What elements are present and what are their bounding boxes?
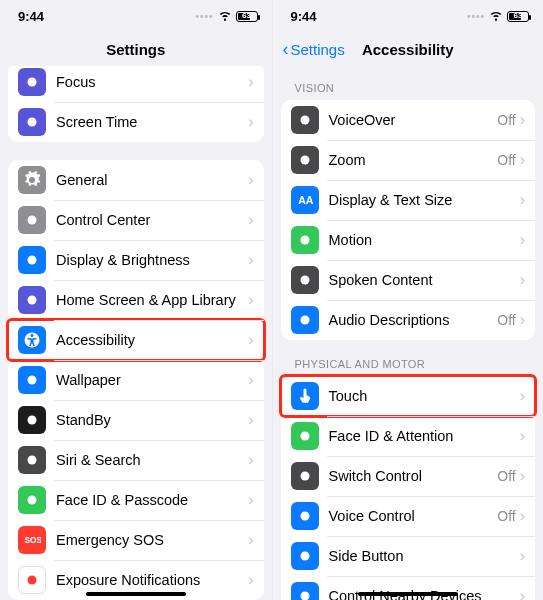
row-wallpaper[interactable]: Wallpaper› xyxy=(8,360,264,400)
control-center-icon xyxy=(18,206,46,234)
row-label: Face ID & Passcode xyxy=(56,492,248,508)
row-siri-search[interactable]: Siri & Search› xyxy=(8,440,264,480)
chevron-right-icon: › xyxy=(520,427,525,445)
row-face-id-passcode[interactable]: Face ID & Passcode› xyxy=(8,480,264,520)
wifi-icon xyxy=(218,8,232,25)
row-label: VoiceOver xyxy=(329,112,498,128)
chevron-right-icon: › xyxy=(520,271,525,289)
row-standby[interactable]: StandBy› xyxy=(8,400,264,440)
status-time: 9:44 xyxy=(18,9,44,24)
svg-point-1 xyxy=(28,118,37,127)
status-time: 9:44 xyxy=(291,9,317,24)
row-label: Emergency SOS xyxy=(56,532,248,548)
row-label: Face ID & Attention xyxy=(329,428,520,444)
svg-point-23 xyxy=(300,592,309,601)
settings-screen: 9:44 •••• 63 Settings Focus›Screen Time›… xyxy=(0,0,272,600)
row-label: Exposure Notifications xyxy=(56,572,248,588)
wallpaper-icon xyxy=(18,366,46,394)
row-face-id-attention[interactable]: Face ID & Attention› xyxy=(281,416,536,456)
chevron-right-icon: › xyxy=(248,291,253,309)
row-home-screen-app-library[interactable]: Home Screen & App Library› xyxy=(8,280,264,320)
zoom-icon xyxy=(291,146,319,174)
row-label: Audio Descriptions xyxy=(329,312,498,328)
chevron-right-icon: › xyxy=(520,111,525,129)
row-spoken-content[interactable]: Spoken Content› xyxy=(281,260,536,300)
accessibility-icon xyxy=(18,326,46,354)
settings-list[interactable]: Focus›Screen Time› General›Control Cente… xyxy=(0,66,272,600)
focus-icon xyxy=(18,68,46,96)
side-button-icon xyxy=(291,542,319,570)
row-general[interactable]: General› xyxy=(8,160,264,200)
row-motion[interactable]: Motion› xyxy=(281,220,536,260)
chevron-right-icon: › xyxy=(520,387,525,405)
row-emergency-sos[interactable]: SOSEmergency SOS› xyxy=(8,520,264,560)
svg-point-0 xyxy=(28,78,37,87)
row-screen-time[interactable]: Screen Time› xyxy=(8,102,264,142)
row-label: Motion xyxy=(329,232,520,248)
row-switch-control[interactable]: Switch ControlOff› xyxy=(281,456,536,496)
svg-point-3 xyxy=(28,256,37,265)
cellular-icon: •••• xyxy=(195,11,213,22)
row-side-button[interactable]: Side Button› xyxy=(281,536,536,576)
chevron-right-icon: › xyxy=(520,467,525,485)
row-audio-descriptions[interactable]: Audio DescriptionsOff› xyxy=(281,300,536,340)
svg-point-9 xyxy=(28,456,37,465)
row-display-text-size[interactable]: AADisplay & Text Size› xyxy=(281,180,536,220)
chevron-right-icon: › xyxy=(248,171,253,189)
back-label: Settings xyxy=(291,41,345,58)
row-touch[interactable]: Touch› xyxy=(281,376,536,416)
row-control-center[interactable]: Control Center› xyxy=(8,200,264,240)
chevron-right-icon: › xyxy=(520,231,525,249)
svg-point-8 xyxy=(28,416,37,425)
audio-desc-icon xyxy=(291,306,319,334)
row-accessibility[interactable]: Accessibility› xyxy=(8,320,264,360)
wifi-icon xyxy=(489,8,503,25)
status-bar: 9:44 •••• 63 xyxy=(273,0,544,32)
row-value: Off xyxy=(497,508,515,524)
home-screen-icon xyxy=(18,286,46,314)
row-voiceover[interactable]: VoiceOverOff› xyxy=(281,100,536,140)
row-label: Screen Time xyxy=(56,114,248,130)
siri-icon xyxy=(18,446,46,474)
gear-icon xyxy=(18,166,46,194)
row-zoom[interactable]: ZoomOff› xyxy=(281,140,536,180)
row-focus[interactable]: Focus› xyxy=(8,66,264,102)
row-label: Display & Text Size xyxy=(329,192,520,208)
motor-group: Touch›Face ID & Attention›Switch Control… xyxy=(281,376,536,600)
settings-group-a: Focus›Screen Time› xyxy=(8,66,264,142)
standby-icon xyxy=(18,406,46,434)
svg-point-4 xyxy=(28,296,37,305)
vision-group: VoiceOverOff›ZoomOff›AADisplay & Text Si… xyxy=(281,100,536,340)
row-voice-control[interactable]: Voice ControlOff› xyxy=(281,496,536,536)
row-value: Off xyxy=(497,468,515,484)
back-button[interactable]: ‹ Settings xyxy=(283,32,345,66)
row-display-brightness[interactable]: Display & Brightness› xyxy=(8,240,264,280)
row-control-nearby-devices[interactable]: Control Nearby Devices› xyxy=(281,576,536,600)
status-bar: 9:44 •••• 63 xyxy=(0,0,272,32)
settings-group-b: General›Control Center›Display & Brightn… xyxy=(8,160,264,600)
home-indicator[interactable] xyxy=(358,592,458,596)
chevron-right-icon: › xyxy=(248,113,253,131)
row-label: Spoken Content xyxy=(329,272,520,288)
accessibility-list[interactable]: VISION VoiceOverOff›ZoomOff›AADisplay & … xyxy=(273,66,544,600)
row-label: Switch Control xyxy=(329,468,498,484)
chevron-right-icon: › xyxy=(248,371,253,389)
home-indicator[interactable] xyxy=(86,592,186,596)
row-label: Touch xyxy=(329,388,520,404)
svg-point-6 xyxy=(31,334,34,337)
row-label: Accessibility xyxy=(56,332,248,348)
sos-icon: SOS xyxy=(18,526,46,554)
svg-text:AA: AA xyxy=(298,194,314,206)
chevron-right-icon: › xyxy=(520,311,525,329)
voiceover-icon xyxy=(291,106,319,134)
row-label: Wallpaper xyxy=(56,372,248,388)
battery-icon: 63 xyxy=(507,11,529,22)
spoken-content-icon xyxy=(291,266,319,294)
svg-point-12 xyxy=(28,576,37,585)
chevron-right-icon: › xyxy=(248,531,253,549)
nav-header: Settings xyxy=(0,32,272,66)
nearby-icon xyxy=(291,582,319,600)
chevron-right-icon: › xyxy=(248,571,253,589)
section-header-vision: VISION xyxy=(295,82,544,94)
row-label: StandBy xyxy=(56,412,248,428)
